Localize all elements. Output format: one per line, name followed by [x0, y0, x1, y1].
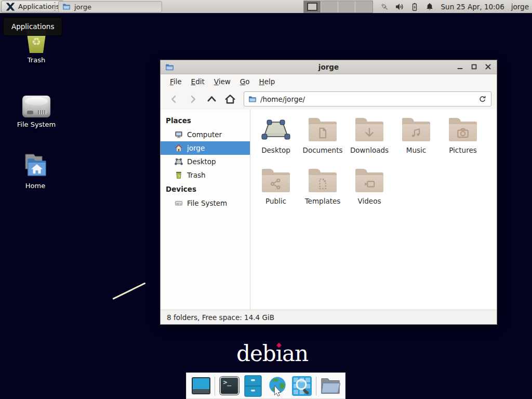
- path-folder-icon: [248, 95, 257, 103]
- drive-mini-icon: [175, 199, 183, 207]
- menu-view[interactable]: View: [209, 76, 235, 87]
- workspace-4[interactable]: [355, 1, 373, 12]
- file-item-music[interactable]: Music: [393, 114, 440, 165]
- file-item-label: Videos: [358, 197, 381, 205]
- drive-icon: [22, 96, 50, 117]
- volume-icon[interactable]: [395, 2, 404, 11]
- up-button[interactable]: [203, 91, 220, 107]
- workspace-3[interactable]: [338, 1, 355, 12]
- file-item-templates[interactable]: Templates: [299, 165, 346, 216]
- menubar: File Edit View Go Help: [161, 74, 497, 88]
- sidebar-item-desktop[interactable]: Desktop: [161, 155, 250, 168]
- sidebar-item-jorge[interactable]: jorge: [161, 141, 250, 155]
- menu-help[interactable]: Help: [255, 76, 280, 87]
- home-icon: [175, 144, 183, 152]
- file-item-downloads[interactable]: Downloads: [346, 114, 393, 165]
- battery-charging-icon[interactable]: [410, 2, 419, 11]
- maximize-icon[interactable]: [471, 63, 478, 71]
- desktop-icon-home[interactable]: Home: [10, 150, 60, 190]
- menu-go[interactable]: Go: [235, 76, 255, 87]
- terminal-launcher[interactable]: >_: [219, 376, 239, 396]
- pictures-folder-icon: [449, 118, 477, 141]
- desktop-icon-label: File System: [11, 121, 61, 128]
- file-item-desktop[interactable]: Desktop: [252, 114, 299, 165]
- file-item-pictures[interactable]: Pictures: [440, 114, 486, 165]
- trash-mini-icon: [175, 171, 183, 179]
- sidebar-item-label: Desktop: [187, 157, 216, 166]
- workspace-switcher: [303, 1, 373, 13]
- panel-username: jorge: [511, 3, 529, 11]
- back-button[interactable]: [166, 91, 182, 107]
- documents-folder-icon: [309, 118, 337, 141]
- sidebar-item-label: jorge: [187, 144, 205, 152]
- download-glyph-icon: [363, 126, 376, 140]
- file-item-documents[interactable]: Documents: [299, 114, 346, 165]
- sidebar-header-devices: Devices: [161, 182, 250, 196]
- file-manager-launcher[interactable]: [320, 376, 341, 396]
- workspace-1[interactable]: [304, 1, 321, 12]
- home-button[interactable]: [222, 91, 238, 107]
- notifications-icon[interactable]: [425, 2, 434, 11]
- sidebar-item-label: Trash: [187, 171, 206, 179]
- dock-separator: [215, 377, 215, 395]
- path-entry[interactable]: /home/jorge/: [244, 91, 491, 107]
- file-item-label: Documents: [303, 146, 343, 154]
- applications-menu-label: Applications: [18, 3, 59, 10]
- menu-file[interactable]: File: [165, 76, 187, 87]
- desktop-icon-file-system[interactable]: File System: [11, 88, 61, 128]
- camera-glyph-icon: [456, 126, 470, 140]
- file-cabinet-icon: [244, 375, 262, 397]
- sidebar: Places Computer: [161, 110, 250, 310]
- close-icon[interactable]: [485, 63, 492, 71]
- menu-edit[interactable]: Edit: [187, 76, 209, 87]
- applications-menu-icon: [6, 3, 15, 11]
- sidebar-item-trash[interactable]: Trash: [161, 168, 250, 182]
- debian-logo: debıan: [236, 341, 308, 366]
- desktop-mini-icon: [175, 157, 183, 166]
- home-icon: [224, 94, 236, 105]
- reload-button[interactable]: [478, 95, 487, 103]
- statusbar: 8 folders, Free space: 14.4 GiB: [161, 310, 497, 324]
- terminal-icon: >_: [220, 377, 239, 395]
- file-item-label: Desktop: [261, 146, 290, 154]
- file-item-public[interactable]: Public: [252, 165, 299, 216]
- path-value: /home/jorge/: [260, 95, 475, 103]
- app-finder-launcher[interactable]: [291, 376, 312, 396]
- wallpaper-swoosh: [112, 282, 145, 299]
- document-glyph-icon: [316, 126, 329, 140]
- web-browser-launcher[interactable]: [267, 376, 288, 396]
- desktop-icon: [261, 118, 291, 141]
- sidebar-header-places: Places: [161, 113, 250, 128]
- taskbar-window-button[interactable]: jorge: [58, 1, 162, 12]
- dock-panel: >_: [186, 373, 345, 399]
- back-icon: [169, 94, 179, 104]
- file-manager-window: jorge File Edit View Go Help: [160, 60, 497, 325]
- applications-tooltip: Applications: [3, 17, 62, 36]
- network-icon[interactable]: [380, 2, 389, 11]
- workspace-2[interactable]: [321, 1, 338, 12]
- music-folder-icon: [402, 118, 430, 141]
- debian-logo-text-pre: deb: [236, 341, 276, 366]
- window-titlebar[interactable]: jorge: [161, 60, 497, 74]
- toolbar: /home/jorge/: [161, 88, 497, 110]
- sidebar-item-computer[interactable]: Computer: [161, 128, 250, 141]
- forward-button[interactable]: [184, 91, 201, 107]
- file-item-label: Pictures: [449, 146, 476, 154]
- taskbar-folder-icon: [62, 3, 71, 11]
- file-item-label: Music: [406, 146, 426, 154]
- show-desktop-button[interactable]: [191, 376, 211, 396]
- public-folder-icon: [262, 169, 290, 192]
- file-item-videos[interactable]: Videos: [346, 165, 393, 216]
- debian-logo-text-post: an: [282, 341, 308, 366]
- file-cabinet-launcher[interactable]: [243, 376, 263, 396]
- sidebar-item-file-system[interactable]: File System: [161, 196, 250, 210]
- shade-icon[interactable]: [443, 63, 450, 71]
- statusbar-text: 8 folders, Free space: 14.4 GiB: [167, 313, 274, 322]
- minimize-icon[interactable]: [457, 63, 464, 71]
- window-icon[interactable]: [165, 63, 174, 72]
- top-panel: Applications jorge: [0, 0, 532, 14]
- template-glyph-icon: [316, 177, 329, 191]
- forward-icon: [188, 94, 198, 104]
- taskbar-window-label: jorge: [74, 3, 91, 11]
- clock[interactable]: Sun 25 Apr, 10:06: [441, 3, 504, 11]
